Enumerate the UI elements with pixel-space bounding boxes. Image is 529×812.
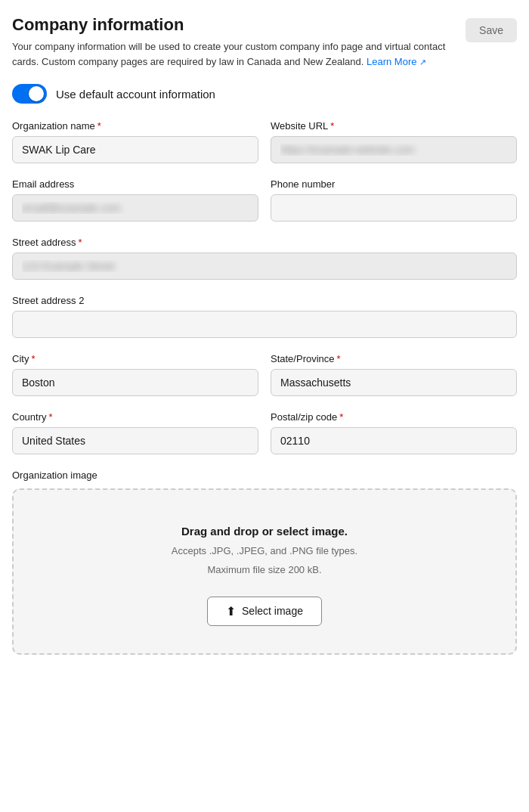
group-org-name: Organization name*	[12, 120, 258, 163]
website-required: *	[330, 120, 334, 132]
toggle-switch[interactable]	[12, 84, 47, 104]
postal-label: Postal/zip code*	[271, 411, 517, 423]
street2-input[interactable]	[12, 311, 517, 338]
street1-label: Street address*	[12, 237, 517, 248]
group-street2-inner: Street address 2	[12, 295, 517, 338]
group-street1: Street address*	[12, 237, 517, 280]
group-country: Country*	[12, 411, 258, 454]
phone-label: Phone number	[271, 178, 517, 190]
save-button[interactable]: Save	[466, 18, 517, 42]
phone-input[interactable]	[271, 194, 517, 222]
country-required: *	[49, 411, 53, 423]
org-name-label: Organization name*	[12, 120, 258, 132]
group-city: City*	[12, 353, 258, 396]
street1-required: *	[79, 237, 82, 248]
group-state: State/Province*	[271, 353, 517, 396]
group-street2: Street address 2	[12, 295, 517, 338]
group-postal: Postal/zip code*	[271, 411, 517, 454]
city-required: *	[31, 353, 35, 364]
row-org-website: Organization name* Website URL*	[12, 120, 517, 163]
learn-more-link[interactable]: Learn More	[367, 56, 426, 67]
city-label: City*	[12, 353, 258, 364]
toggle-label: Use default account information	[56, 88, 215, 101]
upload-icon: ⬆	[226, 604, 236, 618]
select-image-label: Select image	[242, 605, 303, 617]
org-name-required: *	[97, 120, 101, 132]
state-label: State/Province*	[271, 353, 517, 364]
street1-input[interactable]	[12, 253, 517, 280]
drop-zone-hint-line1: Accepts .JPG, .JPEG, and .PNG file types…	[172, 544, 357, 559]
group-email: Email address	[12, 178, 258, 222]
toggle-slider	[12, 84, 47, 104]
city-input[interactable]	[12, 369, 258, 396]
page-title: Company information	[12, 15, 450, 35]
state-required: *	[337, 353, 341, 364]
page-header: Company information Your company informa…	[12, 15, 517, 69]
drop-zone-hint-line2: Maximum file size 200 kB.	[208, 563, 322, 578]
header-text: Company information Your company informa…	[12, 15, 450, 69]
website-label: Website URL*	[271, 120, 517, 132]
website-input[interactable]	[271, 136, 517, 163]
page-description: Your company information will be used to…	[12, 39, 450, 69]
group-street1-inner: Street address*	[12, 237, 517, 280]
toggle-row: Use default account information	[12, 84, 517, 104]
row-country-postal: Country* Postal/zip code*	[12, 411, 517, 454]
row-city-state: City* State/Province*	[12, 353, 517, 396]
group-website: Website URL*	[271, 120, 517, 163]
postal-input[interactable]	[271, 427, 517, 454]
select-image-button[interactable]: ⬆ Select image	[207, 597, 322, 626]
image-drop-zone[interactable]: Drag and drop or select image. Accepts .…	[12, 488, 517, 655]
row-email-phone: Email address Phone number	[12, 178, 517, 222]
email-input[interactable]	[12, 194, 258, 222]
state-input[interactable]	[271, 369, 517, 396]
group-phone: Phone number	[271, 178, 517, 222]
org-name-input[interactable]	[12, 136, 258, 163]
org-image-section: Organization image Drag and drop or sele…	[12, 470, 517, 655]
country-input[interactable]	[12, 427, 258, 454]
country-label: Country*	[12, 411, 258, 423]
postal-required: *	[339, 411, 343, 423]
email-label: Email address	[12, 178, 258, 190]
street2-label: Street address 2	[12, 295, 517, 306]
drop-zone-title: Drag and drop or select image.	[181, 525, 348, 538]
org-image-label: Organization image	[12, 470, 517, 481]
